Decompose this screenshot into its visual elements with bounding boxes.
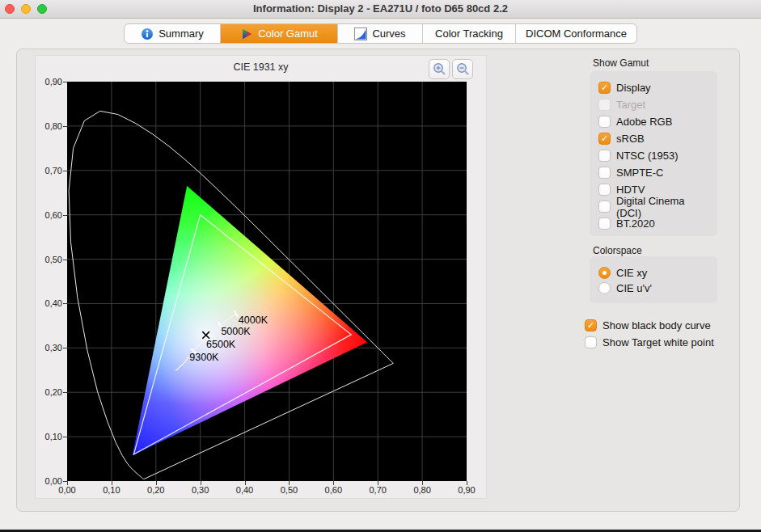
gamut-checkbox-display[interactable]: ✓Display [598,79,711,96]
x-axis-tick [289,481,290,485]
gamut-checkbox-label: Target [616,99,645,111]
gamut-checkbox-label: Display [616,82,651,94]
fullscreen-button[interactable] [37,4,47,14]
colorspace-group: CIE xyCIE u'v' [590,256,717,303]
y-axis-tick-label: 0,10 [37,432,62,442]
y-axis-tick-label: 0,80 [37,121,62,132]
gamut-checkbox-srgb[interactable]: ✓sRGB [598,130,711,147]
radio-selected-icon[interactable] [598,267,611,279]
traffic-lights [5,4,47,14]
curves-icon [354,27,367,40]
x-axis-tick-label: 0,50 [271,485,307,495]
cie-chromaticity-svg: 4000K5000K6500K9300K [67,82,467,481]
y-axis-tick-label: 0,20 [37,387,62,398]
titlebar: Information: Display 2 - EA271U / foto D… [0,0,761,19]
chart-title: CIE 1931 xy [36,61,486,73]
tab-curves[interactable]: Curves [337,24,422,43]
gamut-checkbox-label: Adobe RGB [616,116,672,128]
tab-label: Color Gamut [258,27,318,40]
info-icon [141,27,154,40]
option-checkbox-label: Show black body curve [602,319,711,331]
x-axis-tick-label: 0,30 [183,485,218,495]
cie-diagram-plot-area: 4000K5000K6500K9300K [67,82,467,481]
checkbox-icon[interactable] [598,217,611,230]
checkbox-checked-icon[interactable]: ✓ [598,133,611,145]
x-axis-tick [245,481,246,485]
y-axis-tick [63,82,67,82]
checkbox-icon[interactable] [585,336,597,348]
x-axis-tick [467,481,467,485]
checkmark-icon: ✓ [601,83,608,92]
y-axis-tick [63,437,67,437]
y-axis-tick-label: 0,70 [37,166,62,176]
checkbox-icon[interactable] [598,150,611,162]
tab-summary[interactable]: Summary [125,24,220,43]
x-axis-tick [378,481,378,485]
x-axis-tick [67,481,68,485]
tab-color-tracking[interactable]: Color Tracking [422,24,515,43]
option-checkbox-show-black-body-curve[interactable]: ✓Show black body curve [585,317,746,334]
gamut-icon [240,27,253,40]
gamut-checkbox-digital-cinema-dci[interactable]: Digital Cinema (DCI) [598,198,711,215]
x-axis-tick [422,481,423,485]
x-axis-tick [201,481,201,485]
gamut-checkbox-adobe-rgb[interactable]: Adobe RGB [598,113,711,130]
checkbox-icon[interactable] [598,201,611,213]
colorspace-radio-cie-u-v[interactable]: CIE u'v' [598,281,711,296]
checkmark-icon: ✓ [587,321,594,330]
gamut-checkbox-smpte-c[interactable]: SMPTE-C [598,164,711,181]
temp-label-9300k: 9300K [189,352,219,363]
y-axis-tick [63,215,67,216]
x-axis-tick-label: 0,60 [315,485,351,495]
x-axis-tick-label: 0,40 [227,485,263,495]
y-axis-tick [63,303,67,304]
tab-dicom-conformance[interactable]: DICOM Conformance [515,24,636,43]
close-button[interactable] [5,4,15,14]
window-title: Information: Display 2 - EA271U / foto D… [0,0,761,18]
colorspace-radio-cie-xy[interactable]: CIE xy [598,265,711,281]
gamut-checkbox-label: SMPTE-C [616,167,664,179]
gamut-checkbox-label: NTSC (1953) [616,150,679,162]
tab-color-gamut[interactable]: Color Gamut [220,24,337,43]
option-checkbox-show-target-white-point[interactable]: Show Target white point [585,334,746,351]
checkbox-checked-icon[interactable]: ✓ [598,82,611,94]
colorspace-label: Colorspace [593,245,642,256]
y-axis-tick-label: 0,60 [37,210,62,221]
x-axis-tick-label: 0,20 [138,485,174,495]
tab-label: DICOM Conformance [526,27,627,40]
checkbox-icon[interactable] [598,167,611,179]
x-axis-tick-label: 0,10 [94,485,129,495]
x-axis-tick [112,481,112,485]
zoom-in-button[interactable] [429,59,450,79]
x-axis-tick-label: 0,70 [360,485,395,495]
minimize-button[interactable] [21,4,31,14]
y-axis-tick [63,392,67,393]
gamut-checkbox-label: BT.2020 [616,217,655,230]
chart-panel: CIE 1931 xy 4000K5000K6500K9300K 0,000,0… [35,55,487,499]
gamut-checkbox-target: Target [598,96,711,113]
gamut-checkbox-label: sRGB [616,133,645,145]
gamut-checkbox-label: Digital Cinema (DCI) [616,195,711,219]
show-gamut-label: Show Gamut [593,57,649,69]
checkbox-checked-icon[interactable]: ✓ [585,319,597,331]
y-axis-tick [63,260,67,260]
zoom-out-button[interactable] [452,59,473,79]
app-window: Information: Display 2 - EA271U / foto D… [0,0,761,532]
tab-bar: SummaryColor GamutCurvesColor TrackingDI… [124,23,637,44]
checkbox-icon[interactable] [598,184,611,196]
y-axis-tick [63,171,67,171]
y-axis-tick-label: 0,50 [37,255,62,265]
checkbox-icon[interactable] [598,116,611,128]
x-axis-tick-label: 0,00 [49,485,85,495]
radio-icon[interactable] [598,282,611,294]
temp-label-4000k: 4000K [239,315,268,326]
gamut-checkbox-ntsc-1953[interactable]: NTSC (1953) [598,147,711,164]
colorspace-radio-label: CIE u'v' [616,282,652,294]
y-axis-tick [63,126,67,127]
option-checkbox-label: Show Target white point [602,336,714,348]
tab-label: Curves [372,27,405,40]
content-card: CIE 1931 xy 4000K5000K6500K9300K 0,000,0… [16,49,740,512]
y-axis-tick [63,348,67,348]
colorspace-radio-label: CIE xy [616,267,647,279]
y-axis-tick-label: 0,40 [37,298,62,309]
